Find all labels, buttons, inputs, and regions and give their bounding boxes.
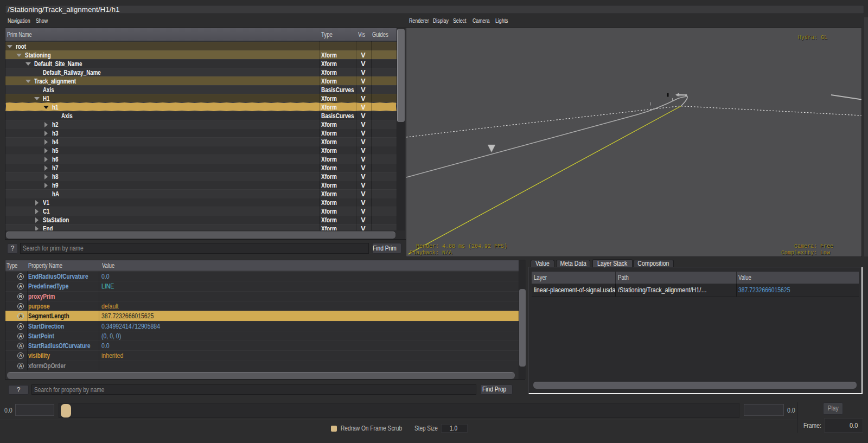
svg-text:Complexity: Low: Complexity: Low (781, 250, 830, 256)
svg-text:Camera: Free: Camera: Free (794, 243, 833, 249)
svg-text:Playback: N/A: Playback: N/A (410, 250, 452, 256)
svg-text:Render: 4.88 ms (204.92 FPS): Render: 4.88 ms (204.92 FPS) (416, 243, 507, 249)
svg-text:Hydra: GL: Hydra: GL (798, 35, 827, 41)
